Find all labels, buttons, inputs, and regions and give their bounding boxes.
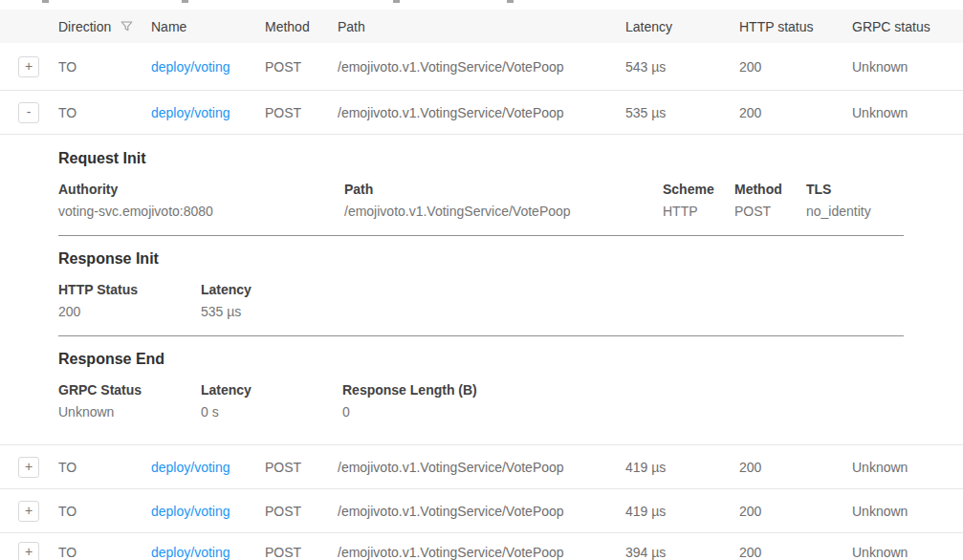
path-cell: /emojivoto.v1.VotingService/VotePoop — [338, 545, 625, 560]
table-row: + TO deploy/voting POST /emojivoto.v1.Vo… — [0, 533, 963, 560]
field-scheme: Scheme HTTP — [663, 182, 734, 219]
field-label: HTTP Status — [58, 282, 201, 297]
column-header-label: Direction — [58, 19, 111, 34]
column-header-method: Method — [265, 19, 338, 34]
field-http-status: HTTP Status 200 — [58, 282, 201, 319]
http-status-cell: 200 — [739, 59, 852, 75]
path-cell: /emojivoto.v1.VotingService/VotePoop — [338, 105, 625, 120]
field-label: TLS — [806, 182, 904, 197]
field-value: POST — [734, 204, 806, 219]
field-latency: Latency 535 µs — [201, 282, 904, 319]
column-header-path: Path — [338, 19, 625, 34]
column-header-name: Name — [151, 19, 265, 34]
latency-cell: 419 µs — [625, 504, 739, 519]
tap-calls-screen: Direction Name Method Path Latency HTTP … — [0, 0, 963, 560]
column-header-http-status: HTTP status — [739, 19, 852, 34]
grpc-status-cell: Unknown — [852, 545, 963, 560]
field-label: Latency — [201, 382, 342, 398]
clipped-text-fragment — [393, 0, 400, 3]
field-label: GRPC Status — [58, 382, 201, 398]
funnel-icon — [120, 19, 134, 33]
field-response-length: Response Length (B) 0 — [342, 382, 904, 420]
name-link[interactable]: deploy/voting — [151, 59, 230, 75]
method-cell: POST — [265, 460, 338, 475]
response-init-title: Response Init — [58, 250, 904, 268]
method-cell: POST — [265, 504, 338, 519]
field-label: Method — [734, 182, 806, 197]
grpc-status-cell: Unknown — [852, 504, 963, 519]
clipped-text-fragment — [182, 0, 188, 3]
column-header-grpc-status: GRPC status — [852, 19, 963, 34]
collapse-row-button[interactable]: - — [18, 102, 39, 123]
field-value: voting-svc.emojivoto:8080 — [58, 204, 344, 219]
clipped-text-fragment — [42, 0, 49, 3]
path-cell: /emojivoto.v1.VotingService/VotePoop — [338, 59, 625, 75]
field-value: no_identity — [806, 204, 904, 219]
request-init-fields: Authority voting-svc.emojivoto:8080 Path… — [58, 182, 904, 219]
field-value: 0 — [342, 404, 904, 420]
field-label: Response Length (B) — [342, 382, 904, 398]
http-status-cell: 200 — [739, 545, 852, 560]
path-cell: /emojivoto.v1.VotingService/VotePoop — [338, 460, 625, 475]
table-row: + TO deploy/voting POST /emojivoto.v1.Vo… — [0, 489, 963, 533]
http-status-cell: 200 — [739, 504, 852, 519]
field-grpc-status: GRPC Status Unknown — [58, 382, 201, 420]
expand-row-button[interactable]: + — [18, 56, 39, 77]
name-link[interactable]: deploy/voting — [151, 504, 230, 519]
http-status-cell: 200 — [739, 460, 852, 475]
method-cell: POST — [265, 59, 338, 75]
direction-cell: TO — [58, 59, 151, 75]
latency-cell: 543 µs — [625, 59, 739, 75]
expand-row-button[interactable]: + — [18, 501, 39, 522]
section-divider — [58, 335, 904, 336]
field-authority: Authority voting-svc.emojivoto:8080 — [58, 182, 344, 219]
grpc-status-cell: Unknown — [852, 59, 963, 75]
table-row: + TO deploy/voting POST /emojivoto.v1.Vo… — [0, 43, 963, 91]
direction-filter-icon[interactable] — [120, 19, 134, 33]
field-value: Unknown — [58, 404, 201, 420]
clipped-top-text — [0, 0, 963, 10]
field-path: Path /emojivoto.v1.VotingService/VotePoo… — [344, 182, 663, 219]
http-status-cell: 200 — [739, 105, 852, 120]
field-tls: TLS no_identity — [806, 182, 904, 219]
grpc-status-cell: Unknown — [852, 460, 963, 475]
direction-cell: TO — [58, 460, 151, 475]
direction-cell: TO — [58, 504, 151, 519]
latency-cell: 419 µs — [625, 460, 739, 475]
method-cell: POST — [265, 105, 338, 120]
grpc-status-cell: Unknown — [852, 105, 963, 120]
expanded-row-detail: Request Init Authority voting-svc.emojiv… — [0, 135, 963, 445]
field-value: 0 s — [201, 404, 342, 420]
column-header-direction: Direction — [58, 19, 151, 34]
field-value: 200 — [58, 304, 201, 319]
name-link[interactable]: deploy/voting — [151, 545, 230, 560]
expand-row-button[interactable]: + — [18, 542, 39, 560]
latency-cell: 535 µs — [625, 105, 739, 120]
response-end-title: Response End — [58, 351, 904, 368]
response-init-fields: HTTP Status 200 Latency 535 µs — [58, 282, 904, 319]
expand-row-button[interactable]: + — [18, 457, 39, 478]
name-link[interactable]: deploy/voting — [151, 105, 230, 120]
name-link[interactable]: deploy/voting — [151, 460, 230, 475]
request-init-title: Request Init — [58, 150, 904, 167]
field-label: Path — [344, 182, 663, 197]
column-header-latency: Latency — [625, 19, 739, 34]
direction-cell: TO — [58, 545, 151, 560]
direction-cell: TO — [58, 105, 151, 120]
field-value: /emojivoto.v1.VotingService/VotePoop — [344, 204, 663, 219]
table-header-row: Direction Name Method Path Latency HTTP … — [0, 10, 963, 43]
field-label: Authority — [58, 182, 344, 197]
field-value: 535 µs — [201, 304, 904, 319]
table-row: + TO deploy/voting POST /emojivoto.v1.Vo… — [0, 445, 963, 489]
field-method: Method POST — [734, 182, 806, 219]
method-cell: POST — [265, 545, 338, 560]
path-cell: /emojivoto.v1.VotingService/VotePoop — [338, 504, 625, 519]
field-label: Latency — [201, 282, 904, 297]
field-label: Scheme — [663, 182, 734, 197]
section-divider — [58, 235, 904, 236]
latency-cell: 394 µs — [625, 545, 739, 560]
response-end-fields: GRPC Status Unknown Latency 0 s Response… — [58, 382, 904, 420]
field-value: HTTP — [663, 204, 734, 219]
table-row-expanded: - TO deploy/voting POST /emojivoto.v1.Vo… — [0, 91, 963, 135]
field-latency: Latency 0 s — [201, 382, 342, 420]
